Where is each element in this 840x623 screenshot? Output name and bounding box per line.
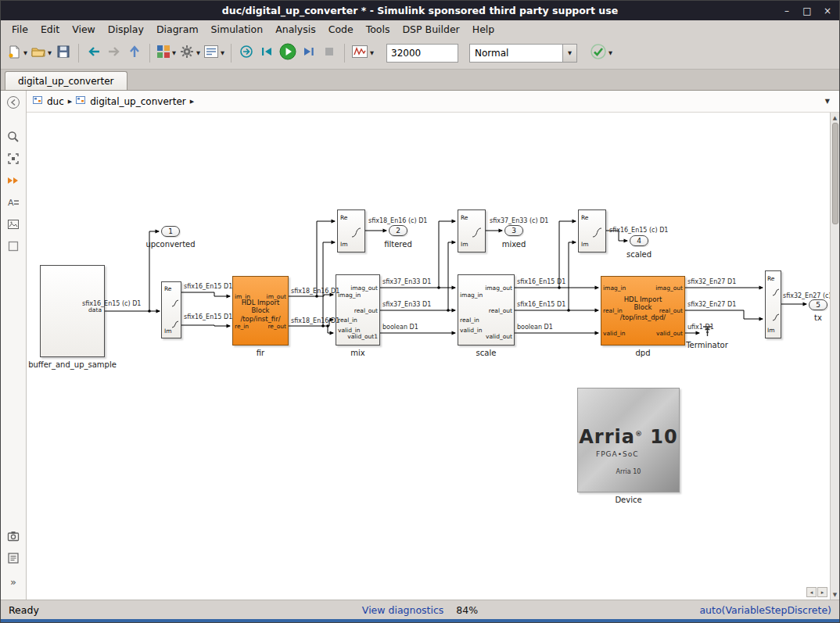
- outport-label: upconverted: [141, 240, 200, 249]
- menu-file[interactable]: File: [5, 22, 34, 37]
- library-browser-button[interactable]: ▼: [155, 41, 178, 65]
- block-complex-to-real-imag[interactable]: Re Im: [161, 281, 181, 338]
- block-title: Block: [601, 303, 684, 311]
- minimize-icon[interactable]: –: [781, 6, 792, 16]
- block-device-arria10[interactable]: Arria® 10 FPGA•SoC Arria 10: [577, 388, 680, 492]
- update-diagram-button[interactable]: [4, 174, 23, 191]
- maximize-icon[interactable]: □: [802, 6, 813, 16]
- block-fir[interactable]: im_in re_in im_out re_out HDL Import Blo…: [232, 276, 289, 346]
- simulation-mode-combobox[interactable]: Normal ▼: [469, 44, 577, 63]
- image-button[interactable]: [4, 217, 23, 235]
- open-button[interactable]: ▼: [29, 41, 53, 65]
- simulation-stop-time-input[interactable]: [386, 44, 458, 63]
- port-label: Re: [164, 285, 172, 292]
- zoom-level: 84%: [456, 604, 478, 616]
- back-button[interactable]: [84, 41, 104, 65]
- outport-tx[interactable]: 5: [809, 299, 827, 310]
- fast-restart-button[interactable]: [236, 41, 257, 65]
- block-scale[interactable]: imag_in real_in valid_in imag_out real_o…: [458, 274, 515, 346]
- vertical-scrollbar[interactable]: ▲ ▼: [830, 113, 839, 600]
- block-label: buffer_and_up_sample: [27, 360, 121, 369]
- title-bar: duc/digital_up_converter * - Simulink sp…: [1, 1, 839, 20]
- scroll-up-button[interactable]: ▲: [831, 113, 840, 123]
- zoom-button[interactable]: [4, 130, 23, 147]
- scroll-down-button[interactable]: ▼: [831, 589, 840, 600]
- sample-time-legend-button[interactable]: [4, 551, 23, 568]
- block-real-imag-to-complex-2[interactable]: Re Im: [458, 209, 486, 252]
- port-label: Re: [581, 214, 589, 221]
- new-model-button[interactable]: ▼: [5, 41, 29, 65]
- menu-dsp-builder[interactable]: DSP Builder: [396, 22, 465, 37]
- chevron-down-icon: ▼: [172, 50, 176, 56]
- up-to-parent-button[interactable]: [124, 41, 145, 65]
- step-back-button[interactable]: [257, 41, 277, 65]
- scrollbar-thumb[interactable]: [832, 123, 838, 224]
- combobox-arrow-button[interactable]: ▼: [562, 45, 576, 62]
- check-model-button[interactable]: ▼: [588, 41, 614, 65]
- menu-analysis[interactable]: Analysis: [269, 22, 322, 37]
- menu-code[interactable]: Code: [322, 22, 360, 37]
- data-inspector-button[interactable]: ▼: [350, 41, 375, 65]
- waveform-icon: [171, 295, 179, 310]
- breadcrumb-separator-icon[interactable]: ▶: [190, 98, 194, 105]
- annotation-button[interactable]: A: [4, 195, 23, 213]
- menu-display[interactable]: Display: [102, 22, 150, 37]
- outport-upconverted[interactable]: 1: [161, 226, 180, 237]
- port-label: Im: [581, 241, 589, 248]
- tab-digital-up-converter[interactable]: digital_up_converter: [5, 71, 127, 90]
- block-dpd[interactable]: imag_in real_in valid_in imag_out real_o…: [601, 276, 685, 346]
- stop-button[interactable]: [319, 41, 339, 65]
- back-arrow-icon: [86, 44, 102, 63]
- menu-help[interactable]: Help: [466, 22, 501, 37]
- scroll-left-button[interactable]: ◂: [806, 587, 817, 597]
- run-button[interactable]: [277, 41, 299, 65]
- menu-simulation[interactable]: Simulation: [205, 22, 270, 37]
- breadcrumb-separator-icon[interactable]: ▶: [68, 98, 72, 105]
- block-real-imag-to-complex-3[interactable]: Re Im: [578, 209, 606, 252]
- model-config-button[interactable]: ▼: [202, 41, 226, 65]
- toolbar: ▼ ▼ ▼ ▼ ▼ ▼ Nor: [1, 38, 839, 70]
- model-settings-button[interactable]: ▼: [178, 41, 202, 65]
- breadcrumb-item-digital-up-converter[interactable]: digital_up_converter: [90, 96, 186, 107]
- waveform-icon: [772, 285, 780, 299]
- block-mix[interactable]: imag_in real_in valid_in imag_out real_o…: [336, 274, 380, 346]
- outport-label: scaled: [616, 250, 662, 259]
- save-button[interactable]: [53, 41, 74, 65]
- viewmarks-button[interactable]: [4, 529, 23, 546]
- block-real-imag-to-complex-4[interactable]: Re Im: [765, 270, 781, 338]
- port-label: real_out: [354, 307, 378, 314]
- signal-label: sfix37_En33 D1: [382, 278, 431, 285]
- forward-button[interactable]: [104, 41, 124, 65]
- model-canvas[interactable]: data buffer_and_up_sample 1 upconverted …: [27, 113, 830, 600]
- signal-label: boolean D1: [517, 324, 553, 331]
- block-path: /top/inst_fir/: [233, 315, 288, 323]
- fit-to-view-button[interactable]: [4, 152, 23, 169]
- expand-panel-button[interactable]: »: [4, 573, 23, 590]
- block-buffer-and-up-sample[interactable]: data: [40, 265, 105, 357]
- device-small-label: Arria 10: [578, 468, 679, 475]
- outport-scaled[interactable]: 4: [630, 235, 648, 246]
- block-label: Device: [577, 496, 680, 504]
- waveform-icon: [472, 226, 482, 241]
- hide-browser-button[interactable]: [4, 95, 23, 113]
- shape-button[interactable]: [4, 239, 23, 256]
- close-icon[interactable]: ×: [822, 6, 833, 16]
- menu-view[interactable]: View: [66, 22, 102, 37]
- view-diagnostics-link[interactable]: View diagnostics: [362, 604, 443, 616]
- port-label: Im: [461, 241, 468, 248]
- scroll-right-button[interactable]: ▸: [817, 587, 827, 597]
- status-bar: Ready View diagnostics 84% auto(Variable…: [1, 600, 839, 619]
- solver-indicator[interactable]: auto(VariableStepDiscrete): [699, 604, 831, 616]
- run-icon: [278, 42, 297, 64]
- menu-edit[interactable]: Edit: [34, 22, 66, 37]
- block-real-imag-to-complex-1[interactable]: Re Im: [337, 209, 365, 252]
- outport-mixed[interactable]: 3: [504, 225, 523, 236]
- menu-tools[interactable]: Tools: [360, 22, 397, 37]
- menu-diagram[interactable]: Diagram: [150, 22, 205, 37]
- port-label: valid_out: [656, 330, 683, 337]
- breadcrumb-dropdown-icon[interactable]: ▼: [825, 98, 833, 105]
- block-path: /top/inst_dpd/: [601, 313, 684, 321]
- outport-filtered[interactable]: 2: [389, 225, 407, 236]
- step-forward-button[interactable]: [299, 41, 319, 65]
- breadcrumb-item-duc[interactable]: duc: [47, 96, 64, 107]
